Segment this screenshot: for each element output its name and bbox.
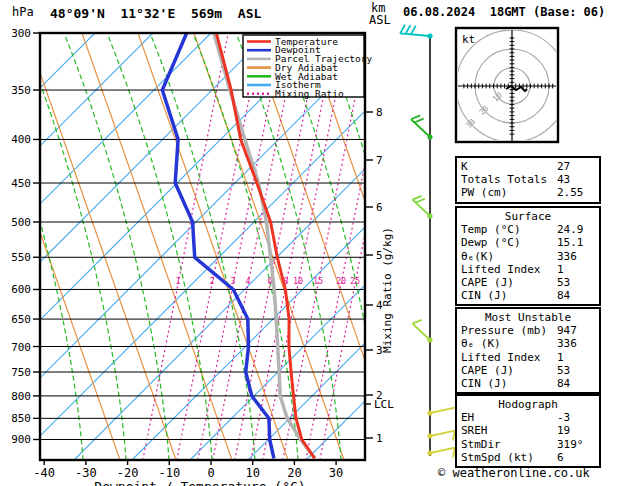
temp-tick-label: -20 <box>117 466 139 480</box>
row-value: 84 <box>557 377 595 390</box>
row-label: Temp (°C) <box>461 223 557 236</box>
copyright-footer: © weatheronline.co.uk <box>438 466 590 480</box>
temp-tick-label: 0 <box>207 466 214 480</box>
legend-item-label: Mixing Ratio <box>275 88 344 99</box>
pressure-tick-label: 450 <box>11 177 31 190</box>
pressure-tick-label: 550 <box>11 251 31 264</box>
table-row: Temp (°C)24.9 <box>461 223 595 236</box>
temp-tick-label: 10 <box>245 466 259 480</box>
row-label: Totals Totals <box>461 173 557 186</box>
wind-barb-feather <box>416 199 425 203</box>
hodograph: 102030kt <box>456 28 568 142</box>
wind-barb-shaft <box>412 324 430 340</box>
temperature-axis-title: Dewpoint / Temperature (°C) <box>94 479 305 486</box>
mixing-ratio-value-label: 3 <box>230 276 235 286</box>
wind-barb-feather <box>412 196 421 200</box>
km-tick-label: 6 <box>376 201 383 214</box>
row-label: θₑ(K) <box>461 250 557 263</box>
pressure-tick-label: 650 <box>11 313 31 326</box>
pressure-tick-label: 350 <box>11 84 31 97</box>
table-row: CAPE (J)53 <box>461 276 595 289</box>
row-label: CIN (J) <box>461 377 557 390</box>
pressure-tick-label: 300 <box>11 27 31 40</box>
wind-barb-shaft <box>400 33 430 36</box>
wind-barb-feather <box>400 25 405 34</box>
table-row: Pressure (mb)947 <box>461 324 595 337</box>
table-title: Most Unstable <box>461 311 595 324</box>
row-label: SREH <box>461 424 557 437</box>
pressure-tick-label: 800 <box>11 390 31 403</box>
pressure-tick-label: 400 <box>11 133 31 146</box>
index-table-most-unstable: Most UnstablePressure (mb)947θₑ (K)336Li… <box>455 307 601 394</box>
temp-tick-label: 30 <box>329 466 343 480</box>
table-title: Hodograph <box>461 398 595 411</box>
table-row: K27 <box>461 160 595 173</box>
pressure-tick-label: 700 <box>11 341 31 354</box>
row-label: Pressure (mb) <box>461 324 557 337</box>
row-value: 27 <box>557 160 595 173</box>
table-row: θₑ (K)336 <box>461 337 595 350</box>
hodograph-trace <box>506 86 527 91</box>
km-axis: 87654321LCLMixing Ratio (g/kg) <box>365 106 394 445</box>
mixing-ratio-value-label: 2 <box>209 276 214 286</box>
table-row: Lifted Index1 <box>461 351 595 364</box>
table-row: CIN (J)84 <box>461 289 595 302</box>
row-value: 1 <box>557 351 595 364</box>
table-row: CIN (J)84 <box>461 377 595 390</box>
row-label: Lifted Index <box>461 263 557 276</box>
table-row: StmSpd (kt)6 <box>461 451 595 464</box>
wind-barb-feather <box>405 25 410 34</box>
temp-tick-label: -30 <box>75 466 97 480</box>
mixing-ratio-value-label: 20 <box>336 276 346 286</box>
wind-barb-shaft <box>411 119 430 137</box>
pressure-tick-label: 750 <box>11 366 31 379</box>
hodograph-unit-label: kt <box>462 33 475 46</box>
table-row: CAPE (J)53 <box>461 364 595 377</box>
row-value: 2.55 <box>557 186 595 199</box>
temp-tick-label: -40 <box>33 466 55 480</box>
row-value: 15.1 <box>557 236 595 249</box>
row-label: Lifted Index <box>461 351 557 364</box>
temp-tick-label: -10 <box>158 466 180 480</box>
row-label: θₑ (K) <box>461 337 557 350</box>
table-row: SREH19 <box>461 424 595 437</box>
pressure-tick-label: 850 <box>11 412 31 425</box>
mixing-ratio-value-label: 25 <box>350 276 360 286</box>
row-label: PW (cm) <box>461 186 557 199</box>
lcl-label: LCL <box>374 398 394 411</box>
row-value: 84 <box>557 289 595 302</box>
wind-barb-feather <box>412 320 421 324</box>
index-table: K27Totals Totals43PW (cm)2.55 <box>455 156 601 204</box>
table-row: Dewp (°C)15.1 <box>461 236 595 249</box>
mixing-ratio-value-label: 1 <box>175 276 180 286</box>
wind-barb-shaft <box>412 200 430 216</box>
row-value: 336 <box>557 250 595 263</box>
row-value: 53 <box>557 364 595 377</box>
wind-barb-feather <box>411 115 420 119</box>
table-row: Totals Totals43 <box>461 173 595 186</box>
mixing-ratio-axis-title: Mixing Ratio (g/kg) <box>381 227 394 353</box>
table-row: Lifted Index1 <box>461 263 595 276</box>
row-label: CAPE (J) <box>461 364 557 377</box>
km-tick-label: 1 <box>376 432 383 445</box>
table-title: Surface <box>461 210 595 223</box>
row-value: 947 <box>557 324 595 337</box>
km-tick-label: 7 <box>376 154 383 167</box>
table-row: EH-3 <box>461 411 595 424</box>
row-value: 336 <box>557 337 595 350</box>
row-value: 319° <box>557 438 595 451</box>
row-value: -3 <box>557 411 595 424</box>
row-label: CAPE (J) <box>461 276 557 289</box>
row-label: EH <box>461 411 557 424</box>
row-label: StmDir <box>461 438 557 451</box>
row-value: 24.9 <box>557 223 595 236</box>
index-table-surface: SurfaceTemp (°C)24.9Dewp (°C)15.1θₑ(K)33… <box>455 206 601 306</box>
row-label: CIN (J) <box>461 289 557 302</box>
table-row: StmDir319° <box>461 438 595 451</box>
mixing-ratio-value-label: 15 <box>313 276 323 286</box>
row-value: 19 <box>557 424 595 437</box>
pressure-tick-label: 500 <box>11 216 31 229</box>
mixing-ratio-labels: 12346810152025 <box>175 276 360 286</box>
pressure-tick-label: 900 <box>11 433 31 446</box>
wind-barb-feather <box>414 119 423 123</box>
